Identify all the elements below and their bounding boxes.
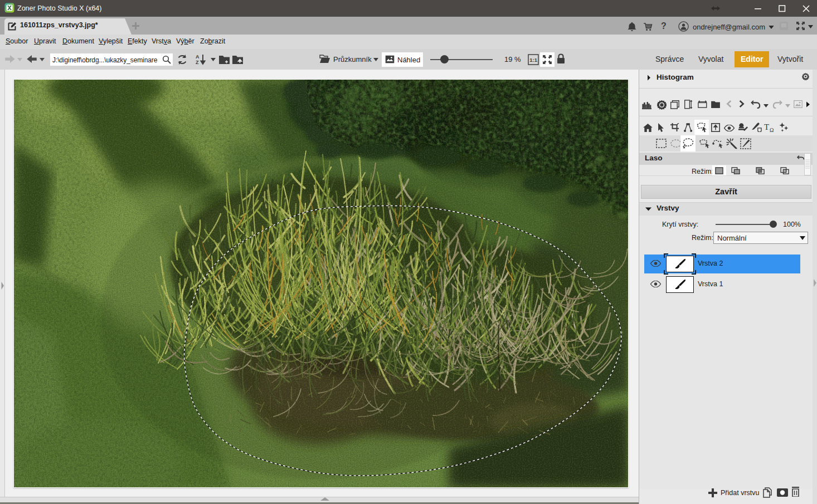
svg-text:T: T <box>764 123 769 131</box>
svg-text:Z: Z <box>196 60 199 65</box>
svg-text:1:1: 1:1 <box>529 57 537 63</box>
svg-text:A: A <box>196 54 200 60</box>
svg-text:Ω: Ω <box>770 127 774 133</box>
